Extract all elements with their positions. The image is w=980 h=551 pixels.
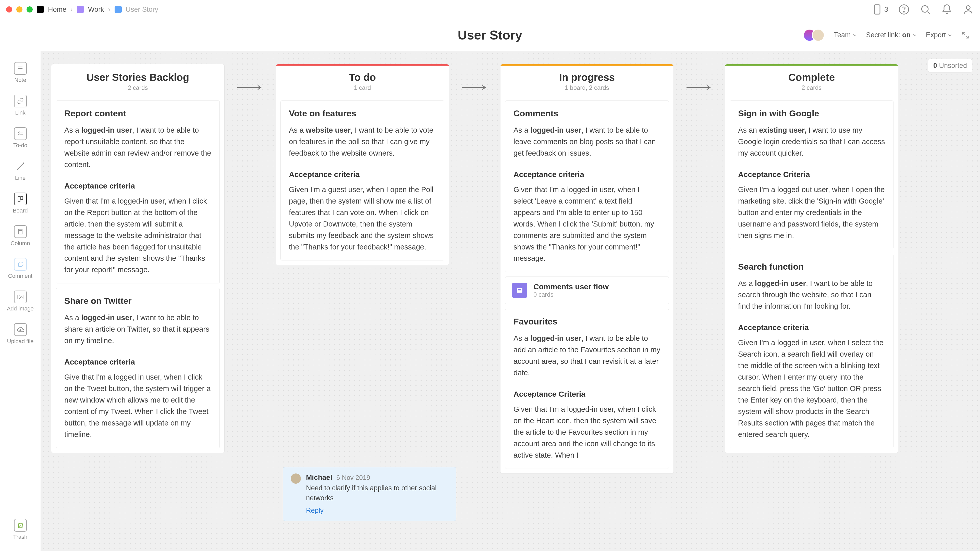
devices-button[interactable]: 3 xyxy=(872,4,888,15)
chevron-right-icon: › xyxy=(70,6,73,14)
tool-note[interactable]: Note xyxy=(0,59,41,86)
tool-label: To-do xyxy=(13,142,27,149)
svg-rect-10 xyxy=(517,288,522,293)
secret-link-dropdown[interactable]: Secret link: on xyxy=(866,31,917,39)
acceptance-text: Given that I'm a logged-in user, when I … xyxy=(514,184,660,264)
board-column[interactable]: To do1 cardVote on featuresAs a website … xyxy=(275,64,449,265)
board-column[interactable]: In progress1 board, 2 cardsCommentsAs a … xyxy=(500,64,674,474)
tool-add-image[interactable]: Add image xyxy=(0,287,41,315)
tool-trash[interactable]: Trash xyxy=(0,516,41,543)
story-card[interactable]: Sign in with GoogleAs an existing user, … xyxy=(730,100,894,249)
user-icon[interactable] xyxy=(963,4,974,15)
svg-point-9 xyxy=(19,295,20,297)
board-column[interactable]: Complete2 cardsSign in with GoogleAs an … xyxy=(725,64,898,453)
nested-title: Comments user flow xyxy=(533,283,609,291)
help-icon[interactable] xyxy=(898,4,910,15)
column-title[interactable]: User Stories Backlog xyxy=(51,66,224,84)
story-card[interactable]: Share on TwitterAs a logged-in user, I w… xyxy=(56,288,220,448)
column-title[interactable]: Complete xyxy=(725,66,898,84)
column-title[interactable]: In progress xyxy=(501,66,673,84)
story-card[interactable]: Report contentAs a logged-in user, I wan… xyxy=(56,100,220,283)
story-card[interactable]: Search functionAs a logged-in user, I wa… xyxy=(730,254,894,448)
acceptance-text: Given that I'm a logged-in user, when I … xyxy=(64,195,211,276)
export-dropdown[interactable]: Export xyxy=(926,31,952,39)
unsorted-count: 0 xyxy=(933,62,937,69)
export-label: Export xyxy=(926,31,946,39)
collaborator-avatars[interactable] xyxy=(803,29,824,41)
arrow-icon xyxy=(687,83,712,92)
breadcrumb: Home › Work › User Story xyxy=(37,6,158,14)
svg-rect-7 xyxy=(19,229,22,234)
bell-icon[interactable] xyxy=(941,4,953,15)
comment-author: Michael xyxy=(306,473,332,482)
chevron-right-icon: › xyxy=(108,6,110,14)
close-window-icon[interactable] xyxy=(6,6,12,13)
traffic-lights xyxy=(6,6,33,13)
page-title: User Story xyxy=(458,28,522,43)
card-body: As a logged-in user, I want to be able t… xyxy=(514,124,660,159)
tool-link[interactable]: Link xyxy=(0,92,41,119)
tool-comment[interactable]: Comment xyxy=(0,255,41,283)
nested-board-card[interactable]: Comments user flow0 cards xyxy=(505,276,669,304)
acceptance-text: Given that I'm a logged-in user, when I … xyxy=(514,403,660,461)
search-icon[interactable] xyxy=(920,4,931,15)
secret-link-value: on xyxy=(902,31,911,39)
team-dropdown[interactable]: Team xyxy=(834,31,857,39)
crumb-home[interactable]: Home xyxy=(48,6,66,14)
board-column[interactable]: User Stories Backlog2 cardsReport conten… xyxy=(51,64,224,453)
note-icon xyxy=(14,62,27,75)
svg-rect-6 xyxy=(21,197,23,200)
tool-label: Board xyxy=(13,207,28,214)
card-body: As a logged-in user, I want to be able t… xyxy=(64,312,211,346)
card-body: As a logged-in user, I want to be able t… xyxy=(64,124,211,170)
story-card[interactable]: FavouritesAs a logged-in user, I want to… xyxy=(505,309,669,468)
card-title: Search function xyxy=(738,262,885,272)
column-title[interactable]: To do xyxy=(276,66,449,84)
acceptance-heading: Acceptance Criteria xyxy=(514,390,660,399)
acceptance-heading: Acceptance criteria xyxy=(64,182,211,190)
expand-icon[interactable] xyxy=(961,31,970,40)
todo-icon xyxy=(14,127,27,140)
svg-rect-12 xyxy=(518,291,521,292)
tool-label: Comment xyxy=(8,273,32,279)
board-canvas[interactable]: 0 Unsorted User Stories Backlog2 cardsRe… xyxy=(41,51,980,551)
minimize-window-icon[interactable] xyxy=(16,6,22,13)
card-title: Favourites xyxy=(514,317,660,327)
card-title: Share on Twitter xyxy=(64,296,211,306)
reply-button[interactable]: Reply xyxy=(306,507,324,514)
card-body: As a logged-in user, I want to be able t… xyxy=(738,278,885,312)
comment-date: 6 Nov 2019 xyxy=(336,474,370,482)
unsorted-badge[interactable]: 0 Unsorted xyxy=(928,59,972,73)
tool-label: Column xyxy=(11,240,30,247)
tool-board[interactable]: Board xyxy=(0,189,41,217)
home-icon[interactable] xyxy=(37,6,44,13)
device-icon xyxy=(872,4,883,15)
board-icon xyxy=(14,192,27,205)
card-title: Sign in with Google xyxy=(738,108,885,118)
board-icon[interactable] xyxy=(115,6,122,13)
svg-point-4 xyxy=(966,6,970,10)
maximize-window-icon[interactable] xyxy=(27,6,33,13)
tool-column[interactable]: Column xyxy=(0,222,41,250)
acceptance-text: Given I'm a logged out user, when I open… xyxy=(738,184,885,241)
tool-line[interactable]: Line xyxy=(0,157,41,184)
arrow-icon xyxy=(237,83,263,92)
acceptance-heading: Acceptance criteria xyxy=(64,358,211,366)
story-card[interactable]: Vote on featuresAs a website user, I wan… xyxy=(280,100,444,260)
svg-rect-5 xyxy=(18,197,20,202)
page-header: User Story Team Secret link: on Export xyxy=(0,19,980,51)
column-card-count: 2 cards xyxy=(725,84,898,96)
column-card-count: 2 cards xyxy=(51,84,224,96)
column-card-count: 1 board, 2 cards xyxy=(501,84,673,96)
card-body: As an existing user, I want to use my Go… xyxy=(738,124,885,159)
story-card[interactable]: CommentsAs a logged-in user, I want to b… xyxy=(505,100,669,272)
device-count: 3 xyxy=(884,6,888,14)
folder-icon[interactable] xyxy=(77,6,84,13)
comment-bubble[interactable]: Michael6 Nov 2019Need to clarify if this… xyxy=(283,467,456,521)
tool-todo[interactable]: To-do xyxy=(0,124,41,152)
crumb-work[interactable]: Work xyxy=(88,6,104,14)
nested-sub: 0 cards xyxy=(533,291,609,298)
tool-upload[interactable]: Upload file xyxy=(0,320,41,348)
card-body: As a logged-in user, I want to be able t… xyxy=(514,333,660,379)
comment-text: Need to clarify if this applies to other… xyxy=(306,483,449,503)
